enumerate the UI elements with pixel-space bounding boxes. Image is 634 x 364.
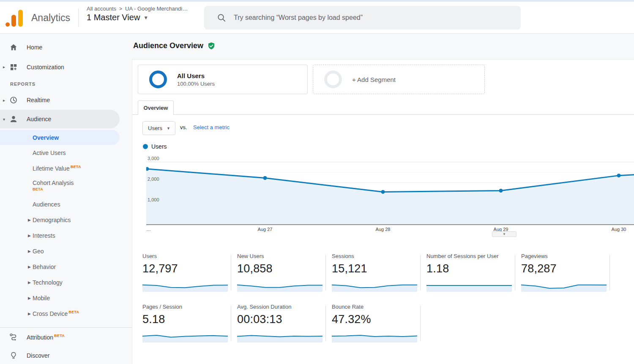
segment-name: All Users: [177, 72, 215, 79]
sidebar-item-mobile[interactable]: ▶ Mobile: [0, 290, 132, 306]
search-icon: [217, 13, 226, 22]
sidebar-item-attribution[interactable]: AttributionBETA: [0, 328, 132, 346]
breadcrumb-all-accounts[interactable]: All accounts: [87, 5, 116, 12]
metric-divider: [420, 255, 421, 290]
metric-divider: [515, 255, 515, 290]
select-a-metric-link[interactable]: Select a metric: [193, 124, 230, 130]
sidebar: Home ▸ Customization REPORTS ▸: [0, 34, 132, 364]
metric-sparkline: [142, 329, 228, 342]
metric-card-new-users: New Users 10,858: [237, 253, 324, 292]
sidebar-item-label: Overview: [33, 134, 59, 141]
sidebar-item-audiences[interactable]: Audiences: [0, 196, 132, 212]
sidebar-item-label: Mobile: [33, 295, 50, 302]
search-input[interactable]: [234, 14, 504, 22]
chevron-right-icon: ▶: [28, 249, 31, 253]
sidebar-item-lifetime-value[interactable]: Lifetime ValueBETA: [0, 160, 132, 176]
chevron-down-icon: ▼: [167, 126, 170, 130]
metric-value: 78,287: [521, 261, 608, 277]
sidebar-item-label: Cohort Analysis BETA: [33, 180, 74, 193]
svg-text:3,000: 3,000: [148, 156, 159, 161]
beta-badge: BETA: [71, 165, 81, 169]
metric-label: Avg. Session Duration: [237, 304, 324, 311]
metric-card-avg-session-duration: Avg. Session Duration 00:03:13: [237, 304, 324, 342]
analytics-logo-icon: [5, 8, 25, 27]
sidebar-item-label: Behavior: [33, 263, 56, 270]
metric-select-dropdown[interactable]: Users ▼: [142, 121, 175, 135]
metric-card-pages-per-session: Pages / Session 5.18: [142, 304, 230, 342]
breadcrumb-account[interactable]: UA - Google Merchandi…: [125, 5, 188, 12]
metric-sparkline: [426, 278, 512, 292]
metric-divider: [231, 255, 231, 290]
customization-icon: [9, 63, 18, 71]
metric-value: 47.32%: [332, 311, 419, 327]
sidebar-item-discover[interactable]: Discover: [0, 346, 132, 364]
sidebar-item-audience[interactable]: ▾ Audience: [0, 110, 120, 128]
metric-row-1: Users 12,797 New Users 10,858 Sessions 1…: [132, 253, 634, 292]
svg-text:Aug 27: Aug 27: [258, 227, 273, 232]
chevron-right-icon: ▶: [28, 296, 31, 300]
chart-area: 1,0002,0003,000…Aug 27Aug 28Aug 29Aug 30: [146, 156, 634, 234]
metric-divider: [609, 255, 610, 290]
sidebar-item-label: Customization: [27, 64, 64, 71]
metric-label: Sessions: [332, 253, 419, 261]
sidebar-item-interests[interactable]: ▶ Interests: [0, 228, 132, 243]
chevron-down-icon: ▼: [503, 233, 506, 236]
metric-value: 12,797: [142, 261, 230, 277]
sidebar-item-label: Geo: [33, 248, 44, 255]
chart-collapse-button[interactable]: ▼: [492, 231, 516, 237]
view-selector[interactable]: 1 Master View ▼: [87, 13, 188, 22]
metric-value: 00:03:13: [237, 311, 324, 327]
sidebar-item-label: Interests: [33, 232, 55, 239]
sidebar-item-label: Home: [27, 44, 42, 51]
metric-value: 15,121: [332, 261, 419, 277]
metric-row-2: Pages / Session 5.18 Avg. Session Durati…: [132, 304, 634, 342]
clock-icon: [9, 96, 18, 104]
sidebar-item-label: Technology: [33, 279, 63, 286]
metric-card-sessions: Sessions 15,121: [332, 253, 419, 292]
segment-ring-icon: [149, 71, 167, 88]
metric-value: 5.18: [142, 311, 230, 327]
report-panel: All Users 100.00% Users + Add Segment Ov…: [132, 59, 634, 364]
sidebar-item-technology[interactable]: ▶ Technology: [0, 274, 132, 290]
shield-check-icon: [207, 42, 216, 50]
sidebar-item-overview[interactable]: Overview: [0, 130, 120, 145]
sidebar-item-label: AttributionBETA: [27, 334, 65, 341]
metric-value: 10,858: [237, 261, 324, 277]
metric-divider: [325, 305, 326, 341]
svg-text:Aug 28: Aug 28: [376, 227, 391, 232]
tab-divider: [132, 114, 634, 115]
chevron-right-icon: ▶: [28, 218, 31, 222]
metric-sparkline: [332, 278, 417, 292]
chevron-right-icon: ▶: [28, 312, 31, 316]
metric-sparkline: [332, 329, 417, 342]
sidebar-item-cross-device[interactable]: ▶ Cross DeviceBETA: [0, 306, 132, 321]
legend-dot-icon: [143, 144, 148, 149]
sidebar-item-active-users[interactable]: Active Users: [0, 145, 132, 160]
tab-label: Overview: [144, 105, 168, 111]
sidebar-item-home[interactable]: Home: [0, 37, 132, 57]
sidebar-item-label: Cross DeviceBETA: [33, 310, 79, 317]
segment-all-users[interactable]: All Users 100.00% Users: [138, 65, 308, 94]
sidebar-item-cohort-analysis[interactable]: Cohort Analysis BETA: [0, 176, 132, 196]
analytics-logo[interactable]: Analytics: [5, 6, 70, 30]
sidebar-item-realtime[interactable]: ▸ Realtime: [0, 91, 132, 109]
metric-sparkline: [237, 329, 322, 342]
metric-sparkline: [521, 278, 607, 292]
metric-select-value: Users: [148, 125, 162, 131]
chevron-right-icon: >: [119, 6, 122, 12]
sidebar-item-geo[interactable]: ▶ Geo: [0, 243, 132, 259]
sidebar-item-behavior[interactable]: ▶ Behavior: [0, 259, 132, 274]
users-over-time-chart[interactable]: 1,0002,0003,000…Aug 27Aug 28Aug 29Aug 30: [146, 156, 634, 234]
sidebar-item-label: Active Users: [33, 149, 66, 156]
person-icon: [9, 115, 18, 123]
add-segment-button[interactable]: + Add Segment: [313, 65, 485, 94]
search-box[interactable]: [204, 6, 521, 30]
chevron-down-icon: ▼: [143, 15, 148, 21]
sidebar-item-demographics[interactable]: ▶ Demographics: [0, 212, 132, 228]
sidebar-item-customization[interactable]: ▸ Customization: [0, 57, 132, 77]
chevron-right-icon: ▸: [3, 65, 5, 69]
metric-card-bounce-rate: Bounce Rate 47.32%: [332, 304, 419, 342]
tab-overview[interactable]: Overview: [138, 101, 174, 115]
sidebar-item-label: Discover: [27, 352, 49, 359]
chart-legend: Users: [143, 143, 167, 150]
